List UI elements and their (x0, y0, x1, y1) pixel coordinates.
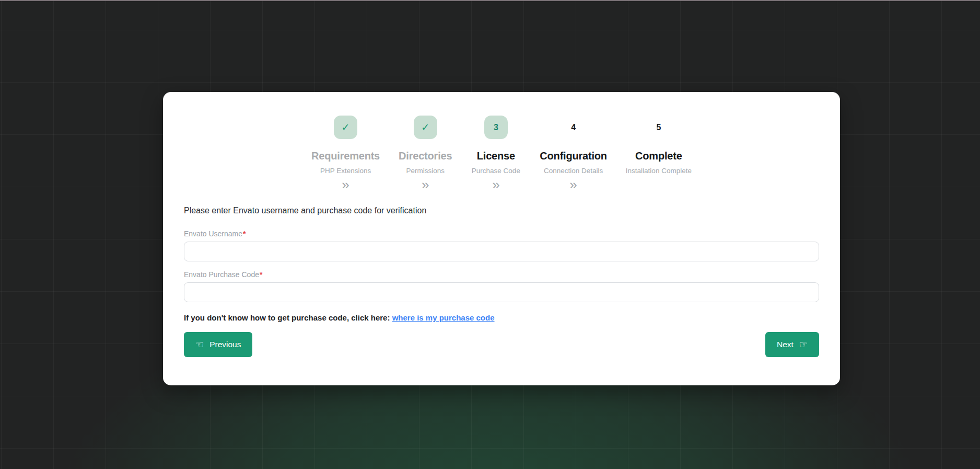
envato-username-label: Envato Username* (184, 230, 819, 238)
purchase-code-hint: If you don't know how to get purchase co… (184, 313, 819, 322)
check-icon: ✓ (421, 122, 429, 132)
step-number: 3 (494, 123, 498, 132)
next-button-label: Next (777, 340, 794, 349)
step-complete: 5 Complete Installation Complete (626, 116, 692, 178)
step-number: 4 (571, 123, 576, 132)
label-text: Envato Purchase Code (184, 270, 259, 279)
required-asterisk: * (260, 270, 262, 279)
step-subtitle: PHP Extensions (320, 167, 371, 175)
step-directories-badge: ✓ (414, 116, 437, 139)
license-step-body: Please enter Envato username and purchas… (163, 206, 840, 357)
page-background: ✓ Requirements PHP Extensions » ✓ Direct… (0, 0, 980, 469)
step-subtitle: Installation Complete (626, 167, 692, 175)
step-license: 3 License Purchase Code » (471, 116, 521, 191)
step-title: Requirements (311, 150, 380, 162)
step-title: Configuration (540, 150, 606, 162)
double-chevron-icon: » (342, 178, 349, 191)
envato-purchase-code-label: Envato Purchase Code* (184, 270, 819, 279)
purchase-code-help-link[interactable]: where is my purchase code (392, 313, 495, 322)
step-subtitle: Connection Details (544, 167, 603, 175)
double-chevron-icon: » (492, 178, 499, 191)
wizard-stepper: ✓ Requirements PHP Extensions » ✓ Direct… (163, 92, 840, 191)
license-intro-text: Please enter Envato username and purchas… (184, 206, 819, 215)
step-requirements-badge: ✓ (334, 116, 357, 139)
left-pointing-hand-icon: ☜ (195, 340, 204, 349)
label-text: Envato Username (184, 230, 242, 238)
step-number: 5 (656, 123, 661, 132)
next-button[interactable]: Next ☞ (765, 332, 819, 357)
envato-purchase-code-input[interactable] (184, 282, 819, 302)
required-asterisk: * (243, 230, 246, 238)
check-icon: ✓ (342, 122, 350, 132)
previous-button[interactable]: ☜ Previous (184, 332, 252, 357)
step-subtitle: Permissions (406, 167, 445, 175)
step-license-badge: 3 (484, 116, 508, 139)
step-complete-badge: 5 (647, 116, 670, 139)
step-title: License (477, 150, 515, 162)
step-title: Directories (399, 150, 452, 162)
step-subtitle: Purchase Code (472, 167, 520, 175)
step-title: Complete (635, 150, 682, 162)
double-chevron-icon: » (569, 178, 577, 191)
step-requirements: ✓ Requirements PHP Extensions » (311, 116, 380, 191)
hint-text: If you don't know how to get purchase co… (184, 313, 392, 322)
wizard-actions: ☜ Previous Next ☞ (184, 332, 819, 357)
step-directories: ✓ Directories Permissions » (399, 116, 452, 191)
double-chevron-icon: » (422, 178, 429, 191)
install-wizard-card: ✓ Requirements PHP Extensions » ✓ Direct… (163, 92, 840, 385)
envato-username-input[interactable] (184, 242, 819, 261)
step-configuration-badge: 4 (562, 116, 585, 139)
window-top-edge (0, 0, 980, 1)
right-pointing-hand-icon: ☞ (799, 340, 808, 349)
step-configuration: 4 Configuration Connection Details » (540, 116, 606, 191)
previous-button-label: Previous (209, 340, 241, 349)
